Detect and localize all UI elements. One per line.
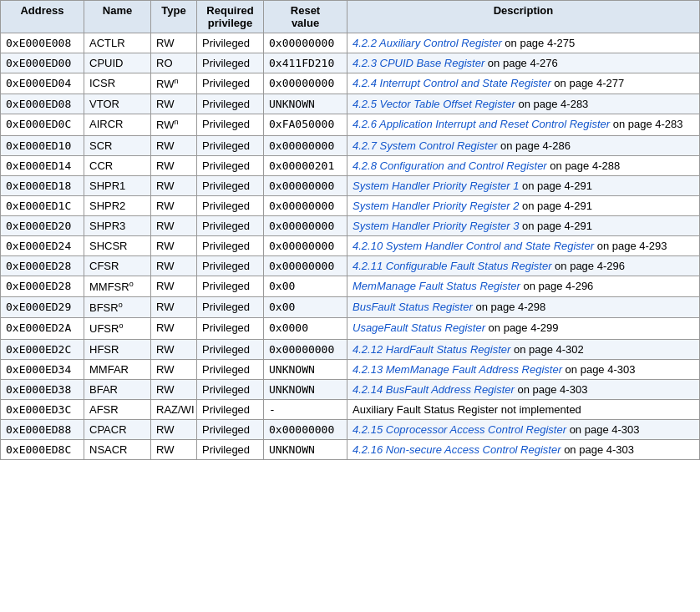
desc-link[interactable]: 4.2.3 CPUID Base Register: [353, 57, 484, 69]
cell-type: RW: [151, 33, 197, 53]
cell-type: RW: [151, 215, 197, 235]
cell-address: 0xE000ED38: [1, 379, 84, 399]
desc-link[interactable]: 4.2.5 Vector Table Offset Register: [353, 98, 515, 110]
cell-name: SHPR1: [84, 175, 151, 195]
desc-suffix: on page 4-296: [551, 260, 624, 272]
desc-suffix: on page 4-276: [484, 57, 557, 69]
desc-link[interactable]: 4.2.4 Interrupt Control and State Regist…: [353, 77, 551, 89]
table-row: 0xE000ED38BFARRWPrivilegedUNKNOWN4.2.14 …: [1, 379, 700, 399]
table-row: 0xE000ED20SHPR3RWPrivileged0x00000000Sys…: [1, 215, 700, 235]
desc-link[interactable]: 4.2.16 Non-secure Access Control Registe…: [353, 443, 561, 456]
cell-description: System Handler Priority Register 3 on pa…: [347, 215, 700, 235]
cell-reset: 0x00000000: [264, 255, 347, 276]
cell-name: VTOR: [84, 94, 151, 114]
cell-type: RW: [151, 135, 197, 155]
desc-link[interactable]: System Handler Priority Register 1: [353, 180, 519, 192]
desc-link[interactable]: 4.2.8 Configuration and Control Register: [353, 159, 547, 172]
table-row: 0xE000ED00CPUIDROPrivileged0x411FD2104.2…: [1, 53, 700, 73]
cell-type: RW: [151, 175, 197, 195]
cell-address: 0xE000ED3C: [1, 399, 84, 419]
cell-type: RWn: [151, 73, 197, 94]
desc-link[interactable]: 4.2.10 System Handler Control and State …: [353, 240, 594, 252]
desc-link[interactable]: MemManage Fault Status Register: [353, 280, 520, 292]
table-row: 0xE000ED04ICSRRWnPrivileged0x000000004.2…: [1, 73, 700, 94]
cell-description: 4.2.2 Auxiliary Control Register on page…: [347, 33, 700, 53]
desc-link[interactable]: UsageFault Status Register: [353, 321, 485, 334]
cell-privilege: Privileged: [197, 318, 264, 339]
cell-name: UFSRo: [84, 318, 151, 339]
cell-type: RW: [151, 296, 197, 317]
desc-suffix: on page 4-291: [519, 220, 591, 232]
cell-name: MMFSRo: [84, 276, 151, 296]
cell-description: System Handler Priority Register 1 on pa…: [347, 175, 700, 195]
cell-reset: UNKNOWN: [264, 439, 347, 459]
header-address: Address: [1, 1, 84, 33]
cell-privilege: Privileged: [197, 175, 264, 195]
desc-link[interactable]: 4.2.7 System Control Register: [353, 139, 497, 152]
cell-privilege: Privileged: [197, 94, 264, 114]
cell-privilege: Privileged: [197, 255, 264, 276]
cell-address: 0xE000ED29: [1, 296, 84, 317]
desc-suffix: on page 4-299: [485, 321, 558, 334]
table-row: 0xE000ED3CAFSRRAZ/WIPrivileged-Auxiliary…: [1, 399, 700, 419]
desc-link[interactable]: 4.2.11 Configurable Fault Status Registe…: [353, 260, 551, 272]
cell-reset: UNKNOWN: [264, 359, 347, 379]
cell-type: RW: [151, 155, 197, 175]
table-row: 0xE000ED0CAIRCRRWnPrivileged0xFA0500004.…: [1, 114, 700, 135]
desc-link[interactable]: 4.2.15 Coprocessor Access Control Regist…: [353, 423, 566, 436]
cell-description: 4.2.6 Application Interrupt and Reset Co…: [347, 114, 700, 135]
desc-suffix: on page 4-302: [510, 343, 583, 356]
cell-description: 4.2.10 System Handler Control and State …: [347, 235, 700, 255]
desc-link[interactable]: 4.2.14 BusFault Address Register: [353, 383, 515, 396]
cell-address: 0xE000ED88: [1, 419, 84, 439]
cell-privilege: Privileged: [197, 296, 264, 317]
cell-type: RW: [151, 439, 197, 459]
cell-reset: 0x00000000: [264, 339, 347, 359]
cell-reset: 0x00000000: [264, 175, 347, 195]
cell-privilege: Privileged: [197, 235, 264, 255]
desc-link[interactable]: 4.2.13 MemManage Fault Address Register: [353, 363, 562, 376]
table-row: 0xE000ED8CNSACRRWPrivilegedUNKNOWN4.2.16…: [1, 439, 700, 459]
cell-name: SCR: [84, 135, 151, 155]
cell-name: AIRCR: [84, 114, 151, 135]
cell-address: 0xE000ED14: [1, 155, 84, 175]
table-row: 0xE000ED2CHFSRRWPrivileged0x000000004.2.…: [1, 339, 700, 359]
cell-type: RWn: [151, 114, 197, 135]
cell-privilege: Privileged: [197, 339, 264, 359]
table-row: 0xE000ED18SHPR1RWPrivileged0x00000000Sys…: [1, 175, 700, 195]
cell-description: 4.2.8 Configuration and Control Register…: [347, 155, 700, 175]
cell-type: RW: [151, 276, 197, 296]
desc-link[interactable]: BusFault Status Register: [353, 301, 473, 313]
desc-suffix: on page 4-303: [561, 443, 634, 456]
desc-suffix: on page 4-288: [547, 159, 620, 172]
cell-name: HFSR: [84, 339, 151, 359]
cell-address: 0xE000ED04: [1, 73, 84, 94]
cell-privilege: Privileged: [197, 439, 264, 459]
cell-type: RW: [151, 235, 197, 255]
desc-suffix: on page 4-293: [594, 240, 667, 252]
cell-address: 0xE000ED1C: [1, 195, 84, 215]
cell-reset: -: [264, 399, 347, 419]
cell-description: 4.2.3 CPUID Base Register on page 4-276: [347, 53, 700, 73]
desc-link[interactable]: System Handler Priority Register 2: [353, 200, 519, 212]
cell-name: SHPR3: [84, 215, 151, 235]
cell-reset: 0x0000: [264, 318, 347, 339]
table-row: 0xE000ED28CFSRRWPrivileged0x000000004.2.…: [1, 255, 700, 276]
table-row: 0xE000ED29BFSRoRWPrivileged0x00BusFault …: [1, 296, 700, 317]
cell-description: 4.2.16 Non-secure Access Control Registe…: [347, 439, 700, 459]
cell-reset: UNKNOWN: [264, 94, 347, 114]
cell-name: CPACR: [84, 419, 151, 439]
cell-description: UsageFault Status Register on page 4-299: [347, 318, 700, 339]
desc-link[interactable]: 4.2.12 HardFault Status Register: [353, 343, 510, 356]
cell-privilege: Privileged: [197, 33, 264, 53]
cell-privilege: Privileged: [197, 114, 264, 135]
desc-link[interactable]: 4.2.6 Application Interrupt and Reset Co…: [353, 118, 610, 130]
desc-link[interactable]: System Handler Priority Register 3: [353, 220, 519, 232]
cell-description: 4.2.13 MemManage Fault Address Register …: [347, 359, 700, 379]
desc-link[interactable]: 4.2.2 Auxiliary Control Register: [353, 37, 502, 49]
cell-privilege: Privileged: [197, 379, 264, 399]
desc-suffix: on page 4-296: [520, 280, 593, 292]
cell-name: ICSR: [84, 73, 151, 94]
cell-description: 4.2.5 Vector Table Offset Register on pa…: [347, 94, 700, 114]
table-row: 0xE000ED34MMFARRWPrivilegedUNKNOWN4.2.13…: [1, 359, 700, 379]
